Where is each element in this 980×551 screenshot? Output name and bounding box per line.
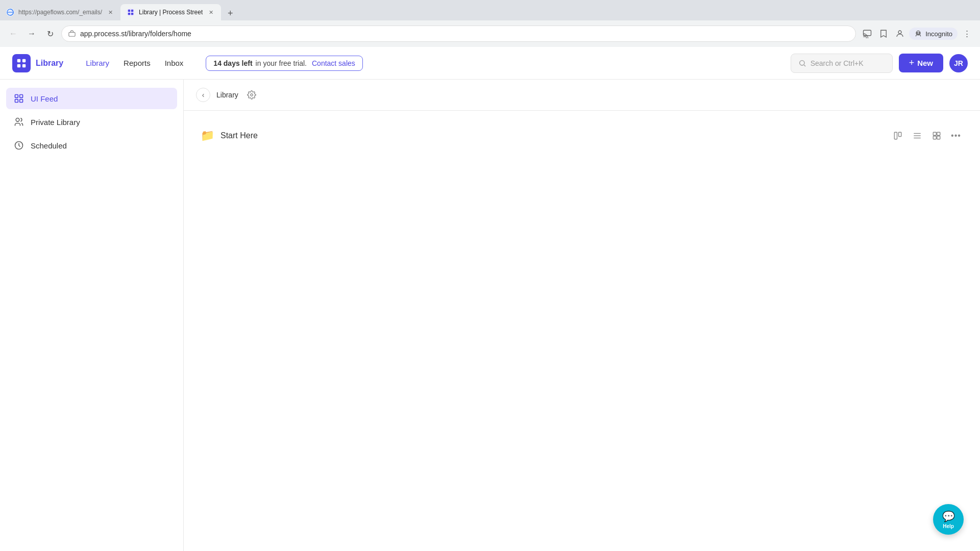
svg-point-9: [917, 33, 918, 34]
browser-tab-2[interactable]: Library | Process Street ✕: [120, 4, 221, 20]
contact-sales-link[interactable]: Contact sales: [312, 59, 355, 67]
svg-point-7: [898, 31, 901, 34]
incognito-label: Incognito: [925, 30, 952, 38]
svg-rect-16: [15, 95, 18, 98]
app-name: Library: [36, 59, 63, 68]
svg-rect-23: [894, 132, 897, 139]
search-icon: [798, 59, 806, 67]
avatar[interactable]: JR: [949, 54, 968, 72]
cast-icon[interactable]: [860, 27, 874, 41]
breadcrumb: Library: [216, 91, 238, 99]
trial-message: in your free trial.: [256, 59, 307, 67]
svg-rect-11: [17, 59, 20, 62]
content-header: ‹ Library: [184, 80, 980, 111]
sidebar-item-scheduled[interactable]: Scheduled: [6, 135, 177, 156]
tab-close-1[interactable]: ✕: [106, 8, 114, 16]
main-nav: Library Reports Inbox: [80, 56, 189, 70]
search-placeholder: Search or Ctrl+K: [811, 59, 864, 67]
new-btn-plus: +: [909, 58, 915, 68]
folder-name: Start Here: [220, 131, 884, 140]
help-button[interactable]: 💬 Help: [933, 504, 964, 535]
logo[interactable]: Library: [12, 54, 63, 72]
breadcrumb-library[interactable]: Library: [216, 91, 238, 99]
more-options-button[interactable]: •••: [948, 128, 964, 143]
new-btn-label: New: [917, 59, 933, 67]
trial-days-left: 14 days left: [213, 59, 252, 67]
tab-favicon-1: [6, 8, 14, 16]
svg-point-20: [16, 118, 19, 122]
svg-rect-18: [15, 99, 18, 103]
profile-icon[interactable]: [893, 27, 907, 41]
nav-library[interactable]: Library: [80, 56, 115, 70]
nav-inbox[interactable]: Inbox: [159, 56, 190, 70]
folder-icon: 📁: [200, 129, 214, 143]
content-body: 📁 Start Here •••: [184, 111, 980, 551]
svg-rect-24: [899, 132, 901, 136]
svg-rect-2: [131, 10, 133, 12]
svg-rect-5: [69, 32, 75, 36]
ui-feed-icon: [13, 93, 24, 104]
header-right: Search or Ctrl+K + New JR: [791, 54, 968, 73]
logo-icon: [12, 54, 31, 72]
svg-rect-19: [20, 99, 23, 103]
refresh-button[interactable]: ↻: [43, 27, 57, 41]
svg-rect-13: [17, 64, 20, 67]
settings-button[interactable]: [244, 88, 259, 102]
address-bar[interactable]: app.process.st/library/folders/home: [61, 26, 856, 42]
view-controls: •••: [890, 128, 964, 143]
svg-rect-4: [131, 13, 133, 15]
sidebar-item-label-private-library: Private Library: [31, 118, 80, 127]
view-kanban-button[interactable]: [890, 128, 905, 143]
bookmark-icon[interactable]: [876, 27, 891, 41]
sidebar-item-label-scheduled: Scheduled: [31, 141, 67, 150]
trial-banner: 14 days left in your free trial. Contact…: [206, 56, 362, 71]
svg-rect-6: [864, 30, 871, 36]
scheduled-icon: [13, 140, 24, 151]
forward-button[interactable]: →: [24, 27, 39, 41]
sidebar-item-label-ui-feed: UI Feed: [31, 94, 58, 103]
collapse-sidebar-button[interactable]: ‹: [196, 88, 210, 102]
tab-title-1: https://pageflows.com/_emails/: [18, 9, 102, 16]
new-button[interactable]: + New: [899, 54, 943, 72]
folder-row-start-here[interactable]: 📁 Start Here •••: [196, 123, 968, 148]
svg-rect-14: [22, 64, 26, 67]
app-header: Library Library Reports Inbox 14 days le…: [0, 47, 980, 80]
view-grid-button[interactable]: [929, 128, 944, 143]
svg-rect-17: [20, 95, 23, 98]
content-area: ‹ Library 📁 Start Here: [184, 80, 980, 551]
private-library-icon: [13, 116, 24, 128]
svg-rect-1: [128, 10, 130, 12]
sidebar-item-ui-feed[interactable]: UI Feed: [6, 88, 177, 109]
svg-point-10: [919, 33, 920, 34]
tab-title-2: Library | Process Street: [139, 9, 203, 16]
svg-rect-12: [22, 59, 26, 62]
sidebar-item-private-library[interactable]: Private Library: [6, 111, 177, 133]
help-icon: 💬: [942, 510, 955, 522]
incognito-button[interactable]: Incognito: [909, 28, 958, 40]
address-favicon: [68, 30, 76, 38]
address-text: app.process.st/library/folders/home: [80, 30, 849, 38]
svg-rect-28: [933, 132, 936, 135]
svg-rect-29: [937, 132, 940, 135]
help-label: Help: [943, 523, 954, 529]
browser-tab-1[interactable]: https://pageflows.com/_emails/ ✕: [0, 4, 120, 20]
back-button[interactable]: ←: [6, 27, 20, 41]
svg-rect-30: [933, 136, 936, 139]
main-layout: UI Feed Private Library Scheduled ‹ Lib: [0, 80, 980, 551]
svg-point-15: [799, 60, 804, 65]
sidebar: UI Feed Private Library Scheduled: [0, 80, 184, 551]
tab-favicon-2: [127, 8, 135, 16]
svg-rect-3: [128, 13, 130, 15]
svg-rect-31: [937, 136, 940, 139]
menu-icon[interactable]: ⋮: [960, 27, 974, 41]
new-tab-button[interactable]: +: [223, 6, 237, 20]
search-bar[interactable]: Search or Ctrl+K: [791, 54, 893, 73]
nav-reports[interactable]: Reports: [117, 56, 157, 70]
svg-point-22: [251, 94, 253, 96]
view-list-button[interactable]: [910, 128, 925, 143]
tab-close-2[interactable]: ✕: [207, 8, 215, 16]
